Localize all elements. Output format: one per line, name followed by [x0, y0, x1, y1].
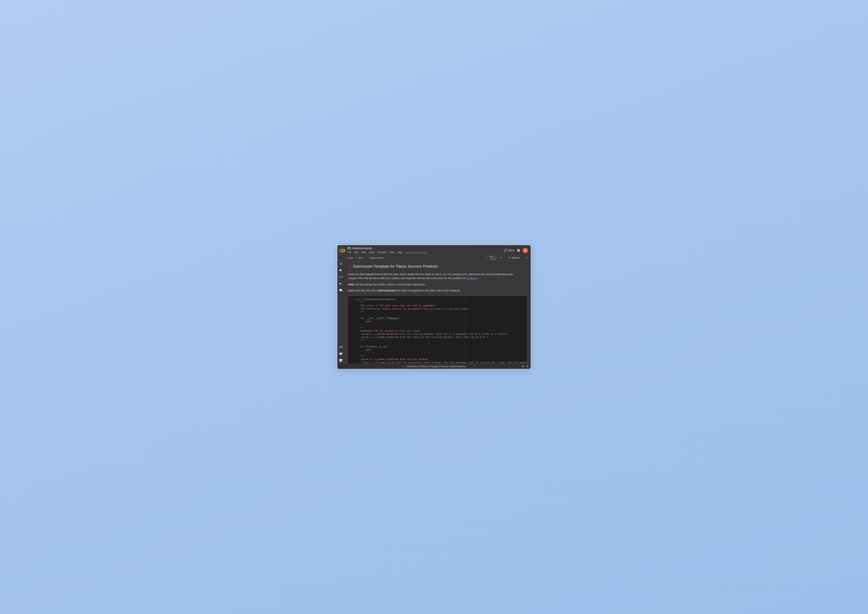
user-avatar[interactable]: S [523, 248, 528, 253]
ram-meter [494, 256, 498, 257]
kw-def: def [360, 345, 366, 348]
md-paragraph-3: Make sure that the cell is self-containe… [348, 288, 515, 292]
ruler-line [465, 296, 465, 364]
menu-edit[interactable]: Edit [354, 251, 358, 254]
param-self: self [378, 317, 383, 319]
checkmark-icon: ✓ [402, 365, 404, 368]
header: notebook.ipynb File Edit View Insert Run… [337, 245, 531, 254]
docstring-quote: """ [360, 326, 364, 329]
sidebar: {x} [337, 261, 344, 364]
svg-point-0 [339, 249, 342, 252]
sparkle-icon [508, 256, 511, 259]
menu-file[interactable]: File [348, 251, 352, 254]
add-text-label: Text [358, 257, 363, 259]
toolbar: +Code +Text Copy to Drive ✓ RAM Disk ▼ G… [337, 254, 531, 261]
docstring-quote: """ [360, 339, 364, 341]
sidebar-terminal[interactable] [337, 358, 344, 362]
gemini-label: Gemini [512, 256, 520, 259]
card-icon [339, 352, 342, 355]
plus-icon: + [356, 257, 358, 259]
sidebar-code-snippets[interactable] [337, 345, 344, 349]
menu-runtime[interactable]: Runtime [378, 251, 386, 254]
params: , X, y): [377, 345, 388, 348]
content-area: Submission Template for Titanic Survivor… [344, 261, 531, 364]
punct: ( [370, 345, 371, 348]
settings-icon[interactable] [517, 249, 520, 252]
param-self: self [371, 345, 377, 348]
status-dot-icon [522, 366, 524, 367]
search-icon [339, 269, 342, 272]
disk-label: Disk [490, 258, 493, 260]
share-button[interactable]: Share [504, 249, 514, 252]
github-icon [348, 247, 350, 250]
status-bar: ✓ Connected to Python 3 Google Compute E… [337, 364, 531, 369]
method-name: fit [366, 345, 370, 348]
svg-point-2 [339, 269, 341, 271]
avatar-letter: S [524, 249, 526, 252]
svg-point-1 [342, 249, 345, 252]
sidebar-secrets[interactable] [337, 282, 344, 285]
add-text-button[interactable]: +Text [356, 257, 363, 259]
sidebar-toc[interactable] [337, 262, 344, 265]
title-block: notebook.ipynb File Edit View Insert Run… [348, 247, 501, 254]
md-text: and does not depend on any other cells i… [395, 289, 461, 292]
plus-icon: + [345, 257, 347, 259]
separator [522, 256, 523, 260]
params: , **kwargs): [383, 317, 400, 319]
section-heading[interactable]: Submission Template for Titanic Survivor… [348, 264, 527, 269]
kw-class: class [355, 298, 362, 301]
bigbeans-link[interactable]: BigBeans [467, 277, 478, 280]
copy-to-drive-label: Copy to Drive [369, 257, 383, 259]
class-name: TitanicSurvivorPredictor [362, 298, 396, 301]
sidebar-search[interactable] [337, 269, 344, 272]
add-code-button[interactable]: +Code [345, 257, 353, 259]
chevron-down-icon [348, 265, 351, 268]
docstring-quote: """ [360, 355, 364, 357]
resource-meters[interactable]: RAM Disk [489, 256, 498, 260]
menu-view[interactable]: View [361, 251, 366, 254]
link-icon [504, 249, 507, 252]
sidebar-variables[interactable]: {x} [337, 275, 344, 279]
copy-to-drive-button[interactable]: Copy to Drive [369, 257, 383, 259]
ram-label: RAM [489, 256, 493, 257]
docstring-line: :param y: a pandas.DataFrame with the la… [360, 336, 488, 338]
section-title: Submission Template for Titanic Survivor… [353, 264, 438, 269]
md-bold: Note [348, 283, 354, 286]
md-bold: self-contained [378, 289, 395, 292]
status-text: Connected to Python 3 Google Compute Eng… [406, 365, 466, 368]
variables-icon: {x} [339, 275, 342, 279]
sidebar-files[interactable] [337, 288, 344, 292]
notebook-filename[interactable]: notebook.ipynb [352, 247, 372, 250]
menu-help[interactable]: Help [397, 251, 402, 254]
md-paragraph-2: Note: Do not change the function names o… [348, 282, 515, 286]
md-text: Once you have played around with the dat… [348, 273, 513, 280]
chevron-up-icon[interactable] [525, 256, 529, 259]
add-code-label: Code [348, 257, 353, 259]
save-disabled-note: Cannot save changes [405, 251, 428, 254]
md-paragraph-1: Once you have played around with the dat… [348, 272, 515, 280]
punct: : [396, 298, 397, 301]
docstring-line: :param X: a pandas.DataFrame with the tr… [360, 333, 507, 335]
share-label: Share [508, 249, 514, 252]
svg-rect-5 [339, 359, 342, 361]
cell-gutter: [ ] [348, 296, 354, 364]
close-status-button[interactable]: ✕ [526, 365, 529, 368]
gemini-button[interactable]: Gemini [508, 256, 520, 259]
checkmark-icon: ✓ [485, 256, 488, 260]
docstring-line: The constructor should receive the param… [360, 307, 469, 310]
key-icon [339, 282, 342, 285]
code-editor[interactable]: class TitanicSurvivorPredictor: """ This… [354, 296, 527, 364]
punct: ( [377, 317, 378, 319]
terminal-icon [339, 358, 342, 362]
content-scroll[interactable]: Submission Template for Titanic Survivor… [344, 261, 531, 364]
md-text: Make sure that the cell is [348, 289, 378, 292]
kw-pass: pass [366, 349, 371, 351]
menu-tools[interactable]: Tools [389, 251, 395, 254]
sidebar-command-palette[interactable] [337, 352, 344, 355]
code-cell[interactable]: [ ] class TitanicSurvivorPredictor: """ … [348, 296, 527, 364]
resources-dropdown-icon[interactable]: ▼ [500, 257, 502, 259]
docstring-quote: """ [360, 311, 364, 313]
docstring-line: :param X: a pandas.DataFrame with the te… [360, 358, 428, 361]
body: {x} Submission Template for Titanic Surv… [337, 261, 531, 364]
menu-insert[interactable]: Insert [369, 251, 375, 254]
